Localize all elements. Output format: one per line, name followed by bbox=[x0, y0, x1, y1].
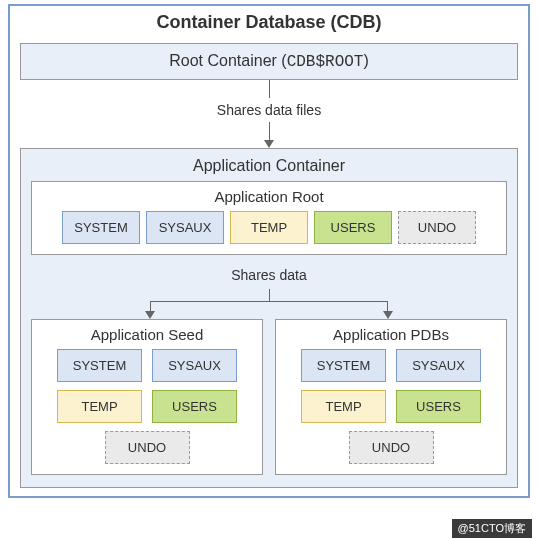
cdb-title: Container Database (CDB) bbox=[10, 6, 528, 43]
root-container: Root Container (CDB$ROOT) bbox=[20, 43, 518, 80]
tablespace-sysaux: SYSAUX bbox=[152, 349, 237, 382]
tablespace-undo: UNDO bbox=[105, 431, 190, 464]
cdb-container: Container Database (CDB) Root Container … bbox=[8, 4, 530, 498]
tablespace-temp: TEMP bbox=[230, 211, 308, 244]
branch-connector bbox=[31, 289, 507, 319]
tablespace-undo: UNDO bbox=[349, 431, 434, 464]
tablespace-system: SYSTEM bbox=[62, 211, 140, 244]
arrow-down-icon bbox=[145, 311, 155, 319]
arrow-down-icon bbox=[383, 311, 393, 319]
watermark: @51CTO博客 bbox=[452, 519, 532, 538]
tablespace-system: SYSTEM bbox=[57, 349, 142, 382]
shares-data-label: Shares data bbox=[31, 255, 507, 289]
tablespace-users: USERS bbox=[314, 211, 392, 244]
tablespace-temp: TEMP bbox=[57, 390, 142, 423]
app-pdbs-title: Application PDBs bbox=[284, 326, 498, 349]
app-seed-title: Application Seed bbox=[40, 326, 254, 349]
root-close: ) bbox=[363, 52, 368, 69]
connector-shares-files: Shares data files bbox=[10, 80, 528, 148]
app-root-title: Application Root bbox=[40, 188, 498, 211]
tablespace-users: USERS bbox=[396, 390, 481, 423]
application-container: Application Container Application Root S… bbox=[20, 148, 518, 488]
application-root: Application Root SYSTEM SYSAUX TEMP USER… bbox=[31, 181, 507, 255]
tablespace-temp: TEMP bbox=[301, 390, 386, 423]
tablespace-undo: UNDO bbox=[398, 211, 476, 244]
tablespace-system: SYSTEM bbox=[301, 349, 386, 382]
shares-files-label: Shares data files bbox=[10, 98, 528, 122]
application-pdbs: Application PDBs SYSTEM SYSAUX TEMP USER… bbox=[275, 319, 507, 475]
tablespace-users: USERS bbox=[152, 390, 237, 423]
arrow-down-icon bbox=[264, 140, 274, 148]
application-seed: Application Seed SYSTEM SYSAUX TEMP USER… bbox=[31, 319, 263, 475]
tablespace-sysaux: SYSAUX bbox=[146, 211, 224, 244]
app-container-title: Application Container bbox=[31, 157, 507, 181]
root-label: Root Container ( bbox=[169, 52, 286, 69]
root-code: CDB$ROOT bbox=[287, 53, 364, 71]
tablespace-sysaux: SYSAUX bbox=[396, 349, 481, 382]
